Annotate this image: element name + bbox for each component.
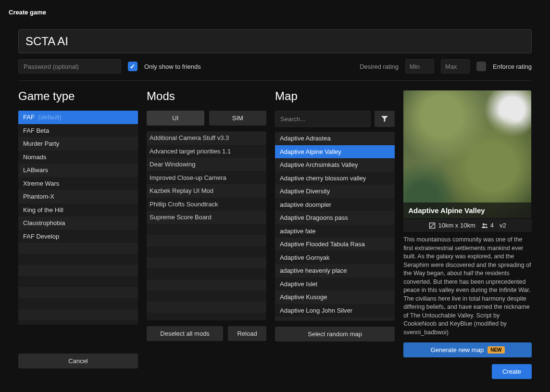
rating-min-input[interactable]: [405, 59, 434, 74]
map-item[interactable]: adaptive heavenly place: [275, 264, 395, 278]
map-item[interactable]: Adaptive Islet: [275, 278, 395, 291]
friends-only-checkbox[interactable]: [128, 62, 138, 71]
map-item[interactable]: Adaptive Adrastea: [275, 132, 395, 145]
map-item[interactable]: Adaptive Mars - Mangala Fossa: [275, 317, 395, 321]
list-item-empty: [147, 246, 266, 257]
map-description: This mountainous community was one of th…: [403, 236, 532, 337]
desired-rating-label: Desired rating: [360, 63, 399, 70]
map-title: Map: [275, 89, 395, 103]
game-type-item[interactable]: Phantom-X: [18, 190, 138, 203]
game-type-item[interactable]: LABwars: [18, 164, 138, 177]
list-item-empty: [147, 302, 266, 313]
list-item-empty: [147, 235, 266, 246]
map-list: Adaptive AdrasteaAdaptive Alpine ValleyA…: [275, 132, 395, 321]
settings-row: Only show to friends Desired rating Enfo…: [18, 59, 532, 81]
game-type-item[interactable]: FAF Develop: [18, 230, 138, 243]
mods-title: Mods: [147, 89, 266, 103]
map-item[interactable]: Adaptive Dragoons pass: [275, 211, 395, 225]
mod-item[interactable]: Dear Windowing: [147, 158, 266, 171]
list-item-empty: [18, 298, 138, 309]
generate-map-button[interactable]: Generate new map NEW: [403, 342, 532, 357]
mod-item[interactable]: Supreme Score Board: [147, 211, 266, 224]
map-item[interactable]: Adaptive Long John Silver: [275, 304, 395, 317]
map-item[interactable]: Adaptive Flooded Tabula Rasa: [275, 238, 395, 251]
game-type-item[interactable]: Claustrophobia: [18, 216, 138, 230]
default-tag: (default): [38, 114, 62, 121]
cancel-button[interactable]: Cancel: [18, 354, 138, 368]
enforce-rating-label: Enforce rating: [493, 63, 532, 70]
mod-item[interactable]: Advanced target priorities 1.1: [147, 145, 266, 158]
random-map-button[interactable]: Select random map: [275, 327, 395, 341]
map-search-input[interactable]: [275, 111, 371, 127]
game-type-item[interactable]: Xtreme Wars: [18, 177, 138, 190]
mods-list: Additional Camera Stuff v3.3Advanced tar…: [147, 131, 266, 320]
enforce-rating-checkbox[interactable]: [476, 62, 486, 71]
list-item-empty: [18, 320, 138, 325]
list-item-empty: [18, 287, 138, 298]
mod-item[interactable]: Additional Camera Stuff v3.3: [147, 131, 266, 145]
tab-sim[interactable]: SIM: [209, 111, 267, 126]
players-icon: [481, 222, 488, 229]
svg-point-2: [485, 224, 487, 226]
game-type-item[interactable]: FAF(default): [18, 111, 138, 124]
game-name-input[interactable]: [18, 29, 532, 53]
map-item[interactable]: Adaptive Kusoge: [275, 291, 395, 304]
game-type-title: Game type: [18, 89, 138, 103]
mod-item[interactable]: Improved Close-up Camera: [147, 171, 266, 185]
map-item[interactable]: Adaptive Diversity: [275, 185, 395, 198]
game-type-item[interactable]: King of the Hill: [18, 203, 138, 217]
rating-max-input[interactable]: [441, 59, 470, 74]
dialog-title: Create game: [9, 9, 532, 16]
players-value: 4: [490, 222, 494, 229]
list-item-empty: [18, 254, 138, 265]
list-item-empty: [18, 265, 138, 276]
map-item[interactable]: Adaptive Alpine Valley: [275, 145, 395, 159]
map-preview-image: Adaptive Alpine Valley: [403, 90, 531, 218]
map-size-icon: [429, 222, 436, 229]
new-badge: NEW: [488, 346, 504, 354]
list-item-empty: [147, 224, 266, 235]
map-item[interactable]: Adaptive Archsimkats Valley: [275, 158, 395, 172]
reload-mods-button[interactable]: Reload: [228, 326, 266, 341]
friends-only-label: Only show to friends: [144, 63, 201, 70]
game-type-item[interactable]: Murder Party: [18, 137, 138, 151]
tab-ui[interactable]: UI: [147, 111, 204, 126]
list-item-empty: [18, 276, 138, 287]
game-type-item[interactable]: Nomads: [18, 151, 138, 164]
list-item-empty: [147, 291, 266, 302]
filter-icon: [381, 115, 388, 123]
map-version-value: v2: [500, 222, 506, 229]
map-filter-button[interactable]: [375, 111, 395, 127]
game-type-list: FAF(default)FAF BetaMurder PartyNomadsLA…: [18, 111, 138, 325]
list-item-empty: [147, 268, 266, 279]
deselect-mods-button[interactable]: Deselect all mods: [147, 326, 223, 341]
list-item-empty: [18, 309, 138, 320]
mod-item[interactable]: Phillip Crofts Soundtrack: [147, 198, 266, 211]
mod-item[interactable]: Kazbek Replay UI Mod: [147, 184, 266, 198]
game-type-item[interactable]: FAF Beta: [18, 124, 138, 138]
map-preview-meta: 10km x 10km 4 v2: [403, 218, 532, 232]
list-item-empty: [18, 243, 138, 254]
list-item-empty: [147, 279, 266, 291]
svg-point-1: [483, 223, 485, 225]
create-button[interactable]: Create: [492, 364, 532, 379]
map-item[interactable]: adaptive fate: [275, 225, 395, 238]
password-input[interactable]: [18, 59, 121, 74]
map-item[interactable]: Adaptive cherry blossom valley: [275, 172, 395, 185]
map-item[interactable]: Adaptive Gornyak: [275, 251, 395, 265]
map-item[interactable]: adaptive doompler: [275, 198, 395, 212]
map-preview-name: Adaptive Alpine Valley: [403, 202, 531, 218]
list-item-empty: [147, 257, 266, 268]
list-item-empty: [147, 313, 266, 321]
map-size-value: 10km x 10km: [438, 222, 475, 229]
